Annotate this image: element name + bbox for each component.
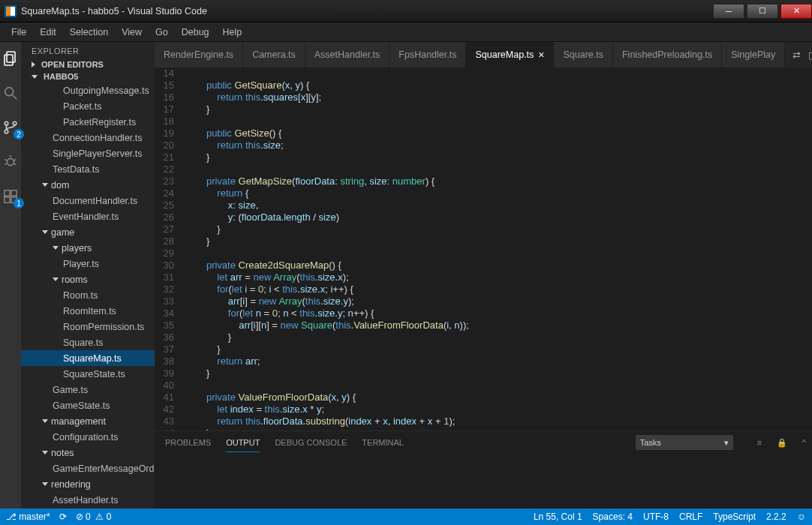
panel-tab-problems[interactable]: PROBLEMS xyxy=(165,438,211,447)
status-feedback-icon[interactable]: ☺ xyxy=(797,512,806,522)
tab-FinishedPreloading-ts[interactable]: FinishedPreloading.ts xyxy=(613,42,722,68)
svg-line-12 xyxy=(14,164,17,165)
extensions-activity-button[interactable]: 1 xyxy=(0,186,21,207)
file-GameState.ts[interactable]: GameState.ts xyxy=(21,398,155,413)
file-Configuration.ts[interactable]: Configuration.ts xyxy=(21,429,155,445)
bug-icon xyxy=(2,154,19,170)
svg-line-9 xyxy=(5,159,8,160)
file-GameEnterMessageOrder…[interactable]: GameEnterMessageOrder… xyxy=(21,460,155,476)
svg-rect-1 xyxy=(5,55,13,65)
file-SquareState.ts[interactable]: SquareState.ts xyxy=(21,366,155,382)
file-Player.ts[interactable]: Player.ts xyxy=(21,256,155,272)
svg-point-5 xyxy=(5,130,8,134)
status-problems[interactable]: ⊘ 0 ⚠ 0 xyxy=(76,512,112,522)
status-sync[interactable]: ⟳ xyxy=(59,512,67,522)
tab-RenderEngine-ts[interactable]: RenderEngine.ts xyxy=(155,42,243,68)
panel-tab-bar: PROBLEMSOUTPUTDEBUG CONSOLETERMINAL Task… xyxy=(155,431,812,454)
folder-game[interactable]: game xyxy=(21,224,155,240)
file-Square.ts[interactable]: Square.ts xyxy=(21,334,155,350)
menu-debug[interactable]: Debug xyxy=(175,27,216,38)
panel-tab-terminal[interactable]: TERMINAL xyxy=(362,438,404,447)
open-editors-section[interactable]: OPEN EDITORS xyxy=(21,58,155,70)
editor-area: RenderEngine.tsCamera.tsAssetHandler.tsF… xyxy=(155,42,812,508)
status-cursor[interactable]: Ln 55, Col 1 xyxy=(534,512,582,522)
clear-output-icon[interactable]: ≡ xyxy=(757,438,762,447)
window-minimize-button[interactable]: ─ xyxy=(713,4,744,19)
menu-bar: FileEditSelectionViewGoDebugHelp xyxy=(0,22,812,42)
menu-view[interactable]: View xyxy=(115,27,149,38)
tab-SquareMap-ts[interactable]: SquareMap.ts× xyxy=(466,42,554,68)
svg-line-11 xyxy=(5,164,8,165)
svg-rect-14 xyxy=(5,197,10,202)
svg-rect-13 xyxy=(5,190,10,196)
file-OutgoingMessage.ts[interactable]: OutgoingMessage.ts xyxy=(21,82,155,98)
status-ts-version[interactable]: 2.2.2 xyxy=(766,512,786,522)
debug-activity-button[interactable] xyxy=(0,152,21,172)
tab-SinglePlay[interactable]: SinglePlay xyxy=(722,42,785,68)
menu-edit[interactable]: Edit xyxy=(33,27,63,38)
tab-close-icon[interactable]: × xyxy=(538,49,544,61)
menu-help[interactable]: Help xyxy=(216,27,249,38)
status-language[interactable]: TypeScript xyxy=(713,512,756,522)
svg-rect-16 xyxy=(11,190,17,196)
folder-management[interactable]: management xyxy=(21,413,155,429)
folder-rendering[interactable]: rendering xyxy=(21,476,155,492)
folder-players[interactable]: players xyxy=(21,240,155,256)
status-bar: ⎇ master* ⟳ ⊘ 0 ⚠ 0 Ln 55, Col 1 Spaces:… xyxy=(0,508,812,525)
explorer-activity-button[interactable] xyxy=(0,48,21,69)
search-icon xyxy=(2,85,19,101)
file-RoomPermission.ts[interactable]: RoomPermission.ts xyxy=(21,319,155,334)
file-RoomItem.ts[interactable]: RoomItem.ts xyxy=(21,303,155,319)
status-branch[interactable]: ⎇ master* xyxy=(6,512,50,522)
svg-line-3 xyxy=(13,95,17,100)
status-spaces[interactable]: Spaces: 4 xyxy=(593,512,633,522)
menu-file[interactable]: File xyxy=(5,27,33,38)
status-eol[interactable]: CRLF xyxy=(679,512,702,522)
output-channel-select[interactable]: Tasks▾ xyxy=(636,435,733,450)
tab-FpsHandler-ts[interactable]: FpsHandler.ts xyxy=(389,42,466,68)
bottom-panel: PROBLEMSOUTPUTDEBUG CONSOLETERMINAL Task… xyxy=(155,430,812,508)
file-TestData.ts[interactable]: TestData.ts xyxy=(21,161,155,177)
folder-rooms[interactable]: rooms xyxy=(21,272,155,287)
file-EventHandler.ts[interactable]: EventHandler.ts xyxy=(21,208,155,224)
file-SinglePlayerServer.ts[interactable]: SinglePlayerServer.ts xyxy=(21,146,155,161)
file-Room.ts[interactable]: Room.ts xyxy=(21,287,155,303)
folder-notes[interactable]: notes xyxy=(21,445,155,460)
file-DocumentHandler.ts[interactable]: DocumentHandler.ts xyxy=(21,193,155,208)
window-close-button[interactable]: ✕ xyxy=(780,4,812,19)
lock-scroll-icon[interactable]: 🔒 xyxy=(777,438,787,448)
file-SquareMap.ts[interactable]: SquareMap.ts xyxy=(21,350,155,366)
menu-go[interactable]: Go xyxy=(149,27,175,38)
panel-tab-output[interactable]: OUTPUT xyxy=(226,438,260,452)
tab-AssetHandler-ts[interactable]: AssetHandler.ts xyxy=(305,42,390,68)
code-content[interactable]: public GetSquare(x, y) { return this.squ… xyxy=(185,68,812,430)
panel-maximize-icon[interactable]: ^ xyxy=(802,438,806,447)
status-encoding[interactable]: UTF-8 xyxy=(643,512,669,522)
menu-selection[interactable]: Selection xyxy=(63,27,115,38)
vscode-icon xyxy=(5,5,17,17)
svg-line-10 xyxy=(14,159,17,160)
file-ConnectionHandler.ts[interactable]: ConnectionHandler.ts xyxy=(21,130,155,146)
search-activity-button[interactable] xyxy=(0,82,21,104)
sidebar-title: EXPLORER xyxy=(21,42,155,58)
code-editor[interactable]: 1415161718192021222324252627282930313233… xyxy=(155,68,812,430)
file-tree: OutgoingMessage.tsPacket.tsPacketRegiste… xyxy=(21,82,155,508)
split-editor-icon[interactable]: ▯ xyxy=(808,50,812,61)
project-section[interactable]: HABBO5 xyxy=(21,70,155,82)
file-AssetHandler.ts[interactable]: AssetHandler.ts xyxy=(21,492,155,508)
window-maximize-button[interactable]: ☐ xyxy=(747,4,778,19)
file-PacketRegister.ts[interactable]: PacketRegister.ts xyxy=(21,114,155,130)
file-Packet.ts[interactable]: Packet.ts xyxy=(21,98,155,114)
scm-activity-button[interactable]: 2 xyxy=(0,117,21,138)
window-titlebar: SquareMap.ts - habbo5 - Visual Studio Co… xyxy=(0,0,812,22)
scm-badge: 2 xyxy=(14,129,24,140)
file-Game.ts[interactable]: Game.ts xyxy=(21,382,155,398)
panel-tab-debug-console[interactable]: DEBUG CONSOLE xyxy=(275,438,347,447)
tab-Camera-ts[interactable]: Camera.ts xyxy=(243,42,305,68)
folder-dom[interactable]: dom xyxy=(21,177,155,193)
svg-rect-0 xyxy=(7,52,15,62)
compare-icon[interactable]: ⇄ xyxy=(792,50,801,61)
explorer-sidebar: EXPLORER OPEN EDITORS HABBO5 OutgoingMes… xyxy=(21,42,155,508)
svg-point-4 xyxy=(5,122,8,125)
tab-Square-ts[interactable]: Square.ts xyxy=(554,42,613,68)
